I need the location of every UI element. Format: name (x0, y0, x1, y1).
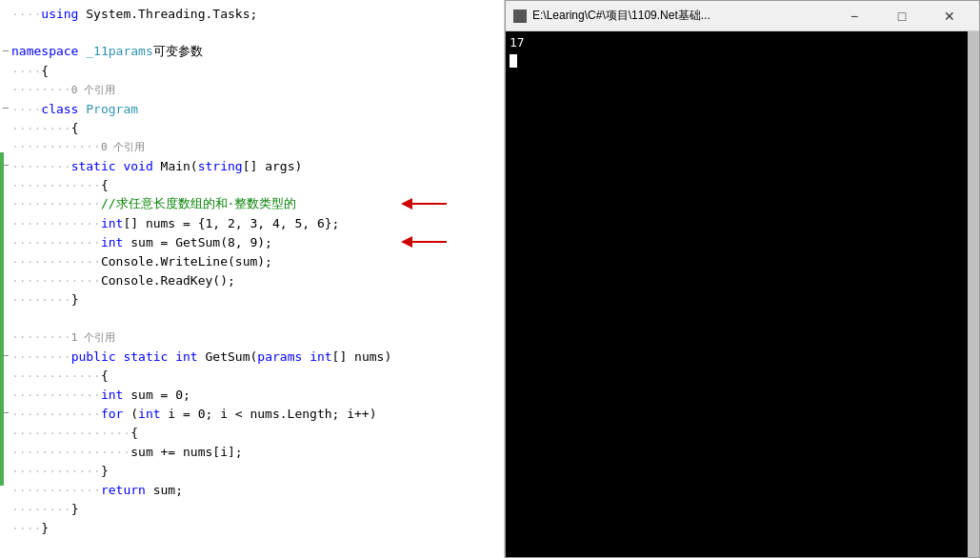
line-code: ············int sum = 0; (11, 388, 504, 402)
close-button[interactable]: ✕ (928, 5, 971, 28)
code-line-main: − ········static void Main(string[] args… (0, 156, 504, 175)
code-line-ref1: ········0 个引用 (0, 80, 504, 99)
collapse-namespace[interactable]: − (0, 45, 11, 59)
code-line-brace7: ············} (0, 461, 504, 480)
line-code: ········} (11, 292, 504, 307)
console-body: 17 (506, 31, 979, 557)
code-editor: ····using System.Threading.Tasks; − name… (0, 0, 505, 558)
line-code: ········static void Main(string[] args) (11, 159, 504, 173)
line-code: ············Console.WriteLine(sum); (11, 254, 504, 269)
code-line-blank1 (0, 23, 504, 42)
code-line-brace3: ············{ (0, 175, 504, 194)
line-code: ····{ (11, 64, 504, 78)
code-line-for: − ············for (int i = 0; i < nums.L… (0, 404, 504, 423)
line-code: ················sum += nums[i]; (11, 445, 504, 459)
titlebar-left: E:\Learing\C#\项目\1109.Net基础... (513, 8, 710, 24)
collapse-class[interactable]: − (0, 102, 11, 116)
code-line-nums: ············int[] nums = {1, 2, 3, 4, 5,… (0, 213, 504, 232)
code-line-brace4: ········} (0, 289, 504, 309)
line-code: namespace _11params可变参数 (11, 43, 504, 60)
code-line-brace6: ················{ (0, 423, 504, 442)
collapse-empty2 (0, 83, 11, 97)
line-code: ············int[] nums = {1, 2, 3, 4, 5,… (11, 216, 504, 230)
collapse-empty3 (0, 121, 11, 135)
collapse-empty (0, 64, 11, 78)
line-code: ····} (11, 521, 504, 535)
code-line-getsum-def: − ········public static int GetSum(param… (0, 347, 504, 366)
console-scrollbar[interactable] (968, 31, 979, 557)
line-code: ········0 个引用 (11, 82, 504, 97)
line-code: ····using System.Threading.Tasks; (11, 7, 504, 21)
code-line-ref3: ········1 个引用 (0, 328, 504, 347)
line-code: ················{ (11, 426, 504, 440)
code-line-sum-accum: ················sum += nums[i]; (0, 442, 504, 461)
minimize-button[interactable]: − (832, 5, 876, 28)
code-line-return: ············return sum; (0, 480, 504, 499)
code-line-sum0: ············int sum = 0; (0, 385, 504, 404)
line-code: ············return sum; (11, 483, 504, 497)
line-code: ········{ (11, 121, 504, 135)
code-line-brace5: ············{ (0, 366, 504, 385)
line-code: ············{ (11, 178, 504, 192)
console-icon (513, 10, 527, 23)
code-line-blank2 (0, 309, 504, 328)
code-line-getsum: ············int sum = GetSum(8, 9); (0, 232, 504, 251)
code-line-brace2: ········{ (0, 118, 504, 137)
maximize-button[interactable]: □ (880, 5, 924, 28)
green-indicator (0, 152, 4, 486)
line-code: ············} (11, 464, 504, 478)
code-line-namespace: − namespace _11params可变参数 (0, 42, 504, 61)
code-line-brace1: ····{ (0, 61, 504, 80)
code-area: ····using System.Threading.Tasks; − name… (0, 0, 504, 541)
line-code: ····class Program (11, 102, 504, 116)
console-window: E:\Learing\C#\项目\1109.Net基础... − □ ✕ 17 (505, 0, 980, 558)
collapse-using (0, 7, 11, 21)
line-code: ········public static int GetSum(params … (11, 349, 504, 364)
code-line-ref2: ············0 个引用 (0, 137, 504, 156)
line-code: ············for (int i = 0; i < nums.Len… (11, 407, 504, 421)
code-line-brace8: ········} (0, 499, 504, 518)
collapse-empty19 (0, 502, 11, 516)
line-code: ············{ (11, 369, 504, 383)
console-title: E:\Learing\C#\项目\1109.Net基础... (532, 8, 710, 24)
line-code: ············Console.ReadKey(); (11, 273, 504, 288)
console-line-number: 17 (510, 35, 525, 50)
code-line-brace9: ····} (0, 518, 504, 537)
titlebar-controls: − □ ✕ (832, 5, 971, 28)
console-cursor (510, 54, 517, 68)
code-line-using: ····using System.Threading.Tasks; (0, 4, 504, 23)
collapse-empty20 (0, 521, 11, 535)
window-titlebar: E:\Learing\C#\项目\1109.Net基础... − □ ✕ (506, 1, 979, 31)
code-line-readkey: ············Console.ReadKey(); (0, 270, 504, 289)
line-code: ········} (11, 502, 504, 516)
line-code: ············0 个引用 (11, 139, 504, 154)
code-line-class: − ····class Program (0, 99, 504, 118)
code-line-writeline: ············Console.WriteLine(sum); (0, 251, 504, 270)
code-line-comment: ············//求任意长度数组的和·整数类型的 (0, 194, 504, 213)
line-code: ········1 个引用 (11, 329, 504, 345)
